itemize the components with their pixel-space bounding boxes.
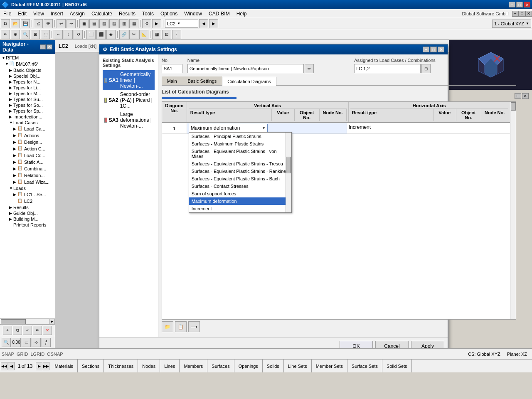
menu-view[interactable]: View: [30, 10, 47, 17]
tab-surfaces[interactable]: Surfaces: [207, 360, 234, 372]
menu-tools[interactable]: Tools: [139, 10, 157, 17]
cancel-button[interactable]: Cancel: [375, 341, 409, 348]
assigned-input[interactable]: [354, 64, 421, 73]
dd-item-7[interactable]: Surfaces - Contact Stresses: [189, 182, 291, 190]
tb2-b4[interactable]: ⊞: [31, 30, 40, 39]
nav-special[interactable]: ▶ Special Obj...: [1, 73, 54, 79]
tb-b2[interactable]: ▤: [89, 19, 99, 28]
nav-guide[interactable]: ▶ Guide Obj...: [1, 210, 54, 216]
nav-add-btn[interactable]: +: [3, 326, 12, 335]
nav-copy-btn[interactable]: ⧉: [13, 326, 22, 335]
nav-relation[interactable]: ▶ 📋 Relation...: [1, 172, 54, 179]
tb2-b2[interactable]: ⊕: [11, 30, 20, 39]
tb-undo[interactable]: ↩: [57, 19, 66, 28]
main-min[interactable]: −: [512, 11, 519, 17]
tb-b1[interactable]: ▦: [79, 19, 89, 28]
tb-new[interactable]: 🗋: [1, 19, 10, 28]
nav-load-cases-group[interactable]: ▼ Load Cases: [1, 120, 54, 126]
name-input[interactable]: [187, 64, 304, 73]
dialog-max-btn[interactable]: □: [430, 47, 437, 52]
nav-load-wizard[interactable]: ▶ 📋 Load Wiza...: [1, 179, 54, 185]
nav-restore[interactable]: □: [40, 44, 46, 49]
tab-surface-sets[interactable]: Surface Sets: [347, 360, 382, 372]
sa-item-2[interactable]: SA2 Second-order (P-Δ) | Picard | 1C...: [103, 90, 155, 110]
table-vscroll[interactable]: [510, 102, 516, 319]
tb2-b3[interactable]: 🔍: [21, 30, 30, 39]
nav-hscroll-thumb[interactable]: [1, 319, 26, 324]
minimize-btn[interactable]: −: [509, 2, 515, 7]
dd-item-8[interactable]: Sum of support forces: [189, 190, 291, 197]
nav-func-btn[interactable]: ƒ: [42, 338, 51, 347]
page-first-btn[interactable]: ◀◀: [1, 362, 7, 370]
menu-cadbim[interactable]: CAD-BIM: [205, 10, 233, 17]
tb-run[interactable]: ▶: [152, 19, 161, 28]
tab-thicknesses[interactable]: Thicknesses: [104, 360, 138, 372]
tab-solids[interactable]: Solids: [263, 360, 284, 372]
tb-prev-lc[interactable]: ◀: [199, 19, 208, 28]
nav-rfem[interactable]: ▼ RFEM: [1, 55, 54, 61]
sa-item-1[interactable]: SA1 Geometrically linear | Newton-...: [103, 70, 155, 90]
nav-load-cases[interactable]: ▶ 📋 Load Ca...: [1, 126, 54, 132]
tb-b4[interactable]: ▨: [109, 19, 118, 28]
global-xyz-selector[interactable]: 1 - Global XYZ ▼: [492, 20, 531, 28]
menu-options[interactable]: Options: [157, 10, 181, 17]
nav-combina[interactable]: ▶ 📋 Combina...: [1, 165, 54, 172]
nav-design[interactable]: ▶ 📋 Design...: [1, 139, 54, 145]
dialog-close-btn[interactable]: ✕: [438, 47, 444, 52]
nav-imperfections[interactable]: ▶ Imperfection...: [1, 114, 54, 120]
restore-btn[interactable]: □: [516, 2, 523, 7]
page-last-btn[interactable]: ▶▶: [43, 362, 49, 370]
tab-main[interactable]: Main: [162, 76, 182, 85]
tb2-b6[interactable]: ↔: [54, 30, 63, 39]
name-edit-btn[interactable]: ✏: [305, 64, 314, 73]
nav-actions[interactable]: ▶ 📋 Actions: [1, 132, 54, 139]
dd-scroll-thumb[interactable]: [286, 157, 291, 173]
tb2-b14[interactable]: 📐: [139, 30, 148, 39]
nav-search-btn[interactable]: 🔍: [2, 338, 11, 347]
page-prev-btn[interactable]: ◀: [8, 362, 15, 370]
tb2-b15[interactable]: ▦: [152, 30, 161, 39]
close-btn[interactable]: ✕: [524, 2, 530, 7]
tb-next-lc[interactable]: ▶: [209, 19, 218, 28]
tb2-b13[interactable]: ✂: [129, 30, 138, 39]
dd-item-1[interactable]: Surfaces - Principal Plastic Strains: [189, 133, 291, 140]
tab-openings[interactable]: Openings: [234, 360, 263, 372]
no-input[interactable]: [162, 64, 182, 73]
nav-printout[interactable]: Printout Reports: [1, 222, 54, 228]
menu-results[interactable]: Results: [116, 10, 139, 17]
menu-file[interactable]: File: [0, 10, 15, 17]
tb-b6[interactable]: ▩: [129, 19, 138, 28]
menu-calculate[interactable]: Calculate: [88, 10, 116, 17]
tbl-move-btn[interactable]: ⟶: [188, 321, 200, 332]
menu-insert[interactable]: Insert: [47, 10, 66, 17]
menu-assign[interactable]: Assign: [66, 10, 88, 17]
tb2-b9[interactable]: ⬜: [86, 30, 96, 39]
nav-types-lines[interactable]: ▶ Types for Li...: [1, 85, 54, 91]
main-close[interactable]: ✕: [525, 11, 532, 17]
tb2-b8[interactable]: ⟲: [74, 30, 83, 39]
tb2-b17[interactable]: ⋮: [172, 30, 181, 39]
tb2-b1[interactable]: ✏: [1, 30, 10, 39]
nav-bm107[interactable]: ▼ 📄 BM107.rf6*: [1, 61, 54, 67]
result-type-dropdown[interactable]: Maximum deformation ▼: [189, 124, 268, 132]
tb2-b16[interactable]: ⊡: [162, 30, 171, 39]
nav-types-nodes[interactable]: ▶ Types for N...: [1, 79, 54, 85]
tab-sections[interactable]: Sections: [78, 360, 104, 372]
dd-item-9[interactable]: Maximum deformation: [189, 197, 291, 205]
nav-lc1[interactable]: ▶ 📋 LC1 - Se...: [1, 191, 54, 198]
tb2-b5[interactable]: ⬚: [41, 30, 50, 39]
dd-item-6[interactable]: Surfaces - Equivalent Plastic Strains - …: [189, 175, 291, 182]
tb-calc[interactable]: ⚙: [142, 19, 151, 28]
nav-close[interactable]: ✕: [47, 44, 52, 49]
ok-button[interactable]: OK: [340, 341, 373, 348]
tbl-copy-btn[interactable]: 📋: [175, 321, 187, 332]
nav-static-a[interactable]: ▶ 📋 Static A...: [1, 159, 54, 165]
tab-member-sets[interactable]: Member Sets: [312, 360, 347, 372]
dd-item-3[interactable]: Surfaces - Equivalent Plastic Strains - …: [189, 148, 291, 160]
dd-item-5[interactable]: Surfaces - Equivalent Plastic Strains - …: [189, 167, 291, 175]
table-row-1[interactable]: 1 Maximum deformation ▼: [162, 123, 510, 134]
tab-basic-settings[interactable]: Basic Settings: [182, 76, 222, 85]
dd-item-10[interactable]: Increment: [189, 205, 291, 212]
dd-item-4[interactable]: Surfaces - Equivalent Plastic Strains - …: [189, 160, 291, 167]
nav-zero-btn[interactable]: 0.00: [12, 338, 21, 347]
